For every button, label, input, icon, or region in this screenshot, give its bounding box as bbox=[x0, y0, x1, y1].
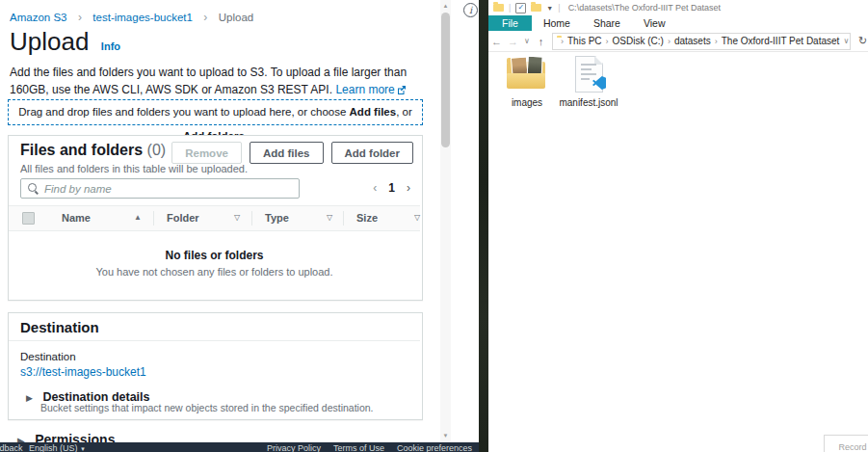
file-label: manifest.jsonl bbox=[558, 97, 619, 108]
toolbar-divider: | bbox=[509, 3, 511, 13]
explorer-app-icon bbox=[493, 4, 504, 12]
address-separator-icon: › bbox=[561, 37, 564, 46]
tab-share[interactable]: Share bbox=[582, 15, 632, 31]
page-title: Upload bbox=[10, 27, 89, 56]
aws-s3-upload-page: Amazon S3 › test-images-bucket1 › Upload… bbox=[0, 0, 440, 452]
address-current-folder[interactable]: The Oxford-IIIT Pet Dataset bbox=[722, 36, 840, 46]
refresh-icon[interactable]: ↻ bbox=[858, 35, 867, 47]
address-dropdown-icon[interactable]: ∨ bbox=[843, 37, 849, 45]
page-next-icon[interactable]: › bbox=[407, 181, 410, 195]
forward-icon[interactable]: → bbox=[505, 36, 521, 47]
column-size[interactable]: Size bbox=[356, 212, 378, 224]
destination-bucket-link[interactable]: s3://test-images-bucket1 bbox=[20, 365, 146, 379]
explorer-titlebar[interactable]: | ✓ ▼ | C:\datasets\The Oxford-IIIT Pet … bbox=[488, 0, 868, 15]
address-separator-icon: › bbox=[715, 37, 718, 46]
caret-right-icon: ▶ bbox=[26, 393, 33, 403]
column-type[interactable]: Type bbox=[265, 212, 289, 224]
add-files-button[interactable]: Add files bbox=[250, 142, 324, 164]
cookie-preferences-link[interactable]: Cookie preferences bbox=[397, 443, 472, 452]
empty-state-title: No files or folders bbox=[9, 249, 420, 262]
remove-button[interactable]: Remove bbox=[171, 142, 242, 164]
scroll-down-icon[interactable]: ▼ bbox=[440, 431, 451, 440]
breadcrumb: Amazon S3 › test-images-bucket1 › Upload bbox=[10, 8, 253, 25]
learn-more-link[interactable]: Learn more bbox=[335, 83, 394, 96]
feedback-link[interactable]: Feedback bbox=[0, 443, 23, 452]
browser-scrollbar[interactable]: ▲ ▼ bbox=[440, 0, 451, 442]
column-divider bbox=[251, 211, 252, 226]
new-folder-icon[interactable] bbox=[531, 4, 541, 12]
column-name[interactable]: Name bbox=[62, 212, 91, 224]
sort-icon[interactable]: ▽ bbox=[327, 213, 332, 222]
column-divider bbox=[153, 211, 154, 226]
toolbar-divider: | bbox=[558, 3, 560, 13]
corner-popup[interactable]: Record bbox=[824, 435, 868, 452]
address-separator-icon: › bbox=[606, 37, 609, 46]
page-prev-icon[interactable]: ‹ bbox=[373, 181, 377, 195]
tab-home[interactable]: Home bbox=[532, 15, 582, 31]
drag-drop-zone[interactable]: Drag and drop files and folders you want… bbox=[8, 99, 423, 125]
intro-text: Add the files and folders you want to up… bbox=[10, 64, 426, 99]
ribbon-tabs: File Home Share View bbox=[488, 15, 868, 32]
language-selector[interactable]: English (US) ▼ bbox=[29, 443, 86, 452]
up-icon[interactable]: ↑ bbox=[533, 36, 549, 47]
file-item-manifest[interactable]: manifest.jsonl bbox=[558, 55, 619, 108]
search-icon bbox=[28, 183, 37, 192]
search-input[interactable] bbox=[20, 178, 300, 199]
address-osdisk[interactable]: OSDisk (C:) bbox=[613, 36, 664, 46]
dropzone-add-files: Add files bbox=[350, 106, 397, 118]
address-datasets[interactable]: datasets bbox=[674, 36, 711, 46]
page-number[interactable]: 1 bbox=[388, 181, 395, 195]
table-header: Name ▲ Folder ▽ Type ▽ Size ▽ bbox=[9, 205, 420, 231]
aws-footer: Feedback English (US) ▼ Privacy Policy T… bbox=[0, 442, 479, 452]
column-divider bbox=[343, 211, 344, 226]
images-folder-icon bbox=[505, 55, 549, 95]
files-actions: Remove Add files Add folder bbox=[171, 142, 413, 164]
caret-down-icon: ▼ bbox=[80, 446, 86, 452]
file-explorer-window: | ✓ ▼ | C:\datasets\The Oxford-IIIT Pet … bbox=[488, 0, 868, 452]
terms-of-use-link[interactable]: Terms of Use bbox=[333, 443, 384, 452]
add-folder-button[interactable]: Add folder bbox=[331, 142, 414, 164]
files-panel: Files and folders (0) All files and fold… bbox=[8, 135, 423, 301]
files-panel-title: Files and folders (0) bbox=[20, 142, 166, 159]
vscode-logo-icon bbox=[592, 76, 606, 90]
pagination: ‹ 1 › bbox=[373, 181, 410, 195]
file-item-images[interactable]: images bbox=[496, 55, 558, 108]
empty-state-text: You have not chosen any files or folders… bbox=[9, 266, 420, 278]
breadcrumb-amazon-s3[interactable]: Amazon S3 bbox=[10, 12, 66, 23]
select-all-checkbox[interactable] bbox=[22, 212, 35, 225]
sort-asc-icon[interactable]: ▲ bbox=[134, 213, 142, 222]
scrollbar-thumb[interactable] bbox=[441, 13, 450, 147]
desktop-background-strip bbox=[479, 0, 488, 452]
address-this-pc[interactable]: This PC bbox=[567, 36, 602, 46]
properties-icon[interactable]: ✓ bbox=[515, 3, 526, 13]
column-folder[interactable]: Folder bbox=[167, 212, 199, 224]
destination-details-subtitle: Bucket settings that impact new objects … bbox=[40, 402, 374, 413]
files-panel-subtitle: All files and folders in this table will… bbox=[20, 163, 248, 174]
address-separator-icon: › bbox=[668, 37, 671, 46]
files-count: (0) bbox=[147, 142, 167, 158]
page-header: Upload Info bbox=[10, 27, 120, 57]
jsonl-file-icon bbox=[566, 55, 611, 95]
sort-icon[interactable]: ▽ bbox=[414, 213, 420, 222]
tab-view[interactable]: View bbox=[632, 15, 677, 31]
breadcrumb-bucket[interactable]: test-images-bucket1 bbox=[92, 12, 193, 23]
info-link[interactable]: Info bbox=[101, 40, 120, 52]
window-title: C:\datasets\The Oxford-IIIT Pet Dataset bbox=[568, 3, 721, 13]
info-panel-icon[interactable]: i bbox=[463, 3, 478, 17]
breadcrumb-separator-icon: › bbox=[203, 11, 207, 24]
sort-icon[interactable]: ▽ bbox=[234, 213, 240, 222]
tab-file[interactable]: File bbox=[488, 15, 532, 31]
destination-label: Destination bbox=[20, 351, 76, 362]
back-icon[interactable]: ← bbox=[488, 36, 505, 47]
scroll-up-icon[interactable]: ▲ bbox=[440, 1, 451, 11]
destination-panel: Destination Destination s3://test-images… bbox=[8, 312, 423, 420]
privacy-policy-link[interactable]: Privacy Policy bbox=[267, 443, 321, 452]
customize-toolbar-icon[interactable]: ▼ bbox=[546, 5, 553, 12]
breadcrumb-separator-icon: › bbox=[78, 11, 82, 24]
footer-links: Privacy Policy Terms of Use Cookie prefe… bbox=[267, 443, 472, 452]
external-link-icon bbox=[397, 82, 406, 99]
breadcrumb-current: Upload bbox=[219, 12, 253, 23]
destination-header: Destination bbox=[9, 313, 420, 341]
recent-locations-icon[interactable]: ∨ bbox=[521, 37, 533, 45]
address-bar[interactable]: › This PC › OSDisk (C:) › datasets › The… bbox=[552, 33, 851, 50]
